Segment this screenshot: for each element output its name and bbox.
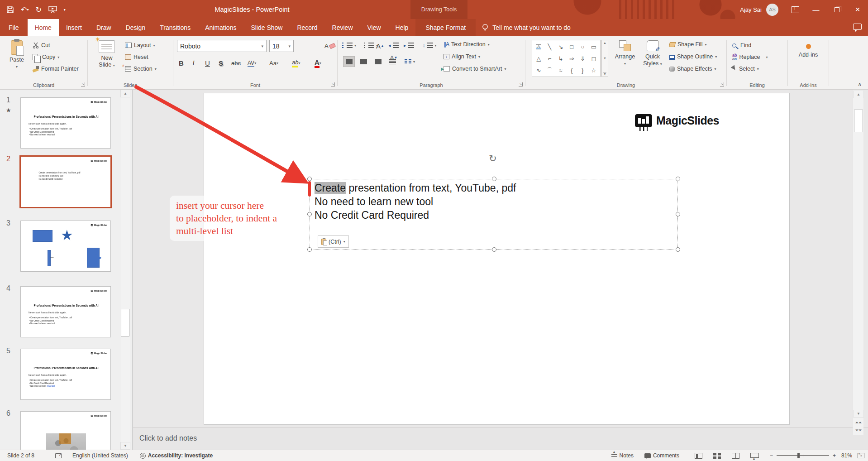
text-highlight-button[interactable]: ab ▾	[292, 57, 300, 69]
columns-button[interactable]: ▾	[405, 56, 415, 67]
font-family-combobox[interactable]: Roboto ▾	[177, 40, 267, 52]
underline-button[interactable]: U	[205, 57, 210, 69]
arrange-button[interactable]: Arrange ▾	[612, 37, 638, 81]
convert-smartart-button[interactable]: Convert to SmartArt ▾	[444, 63, 506, 74]
tab-file[interactable]: File	[0, 19, 28, 36]
restore-button[interactable]	[826, 0, 847, 19]
scribble-shape-icon[interactable]: ∿	[536, 67, 541, 73]
scroll-up-arrow-icon[interactable]: ▲	[120, 90, 130, 97]
right-arrow-shape-icon[interactable]: ⇒	[569, 56, 574, 62]
accessibility-checker[interactable]: Accessibility: Investigate	[140, 452, 213, 459]
shapes-gallery-scrollbar[interactable]: ▲ ▼ ▼	[601, 40, 608, 77]
close-button[interactable]: ×	[847, 0, 868, 19]
user-name[interactable]: Ajay Sai	[740, 6, 762, 13]
quick-styles-button[interactable]: Quick Styles ▾	[639, 37, 666, 81]
scrollbar-thumb[interactable]	[121, 309, 129, 336]
save-icon[interactable]	[6, 6, 14, 14]
cut-button[interactable]: Cut	[33, 40, 50, 51]
tab-draw[interactable]: Draw	[89, 19, 119, 36]
undo-button[interactable]: ↶▾	[21, 5, 29, 14]
slide-editing-surface[interactable]: MagicSlides ↻ Create presentation from t…	[204, 93, 790, 425]
triangle-shape-icon[interactable]: △	[536, 56, 541, 62]
text-shadow-button[interactable]: S	[219, 57, 223, 69]
rounded-rectangle-shape-icon[interactable]: ▭	[591, 44, 596, 50]
previous-slide-button[interactable]: ⏶⏶	[853, 419, 864, 426]
tab-home[interactable]: Home	[28, 19, 59, 36]
down-arrow-shape-icon[interactable]: ⇓	[580, 56, 585, 62]
next-slide-button[interactable]: ⏷⏷	[853, 427, 864, 434]
tab-help[interactable]: Help	[388, 19, 416, 36]
left-brace-shape-icon[interactable]: {	[571, 67, 572, 73]
slide-thumbnail-1[interactable]: MagicSlides Professional Presentations i…	[20, 97, 111, 149]
elbow-arrow-connector-icon[interactable]: ↳	[558, 56, 563, 62]
notes-placeholder[interactable]: Click to add notes	[139, 434, 197, 442]
reading-view-button[interactable]	[732, 453, 739, 459]
paragraph-dialog-launcher[interactable]	[519, 82, 523, 86]
justify-button[interactable]	[386, 56, 398, 67]
slide-thumbnail-4[interactable]: MagicSlides Professional Presentations i…	[20, 286, 111, 337]
arrow-line-shape-icon[interactable]: ↘	[558, 44, 563, 50]
slide-thumbnail-5[interactable]: MagicSlides Professional Presentations i…	[20, 349, 111, 400]
zoom-out-button[interactable]: −	[770, 452, 773, 459]
tab-transitions[interactable]: Transitions	[153, 19, 198, 36]
align-center-button[interactable]	[358, 56, 369, 67]
scroll-down-arrow-icon[interactable]: ▼	[120, 442, 130, 450]
selection-handle[interactable]	[307, 177, 312, 181]
elbow-connector-icon[interactable]: ⌐	[548, 56, 552, 62]
selection-handle[interactable]	[676, 212, 680, 216]
clear-formatting-button[interactable]: A	[324, 40, 335, 52]
tab-shape-format[interactable]: Shape Format	[415, 19, 476, 36]
bullets-button[interactable]: ▾	[342, 40, 356, 51]
format-painter-button[interactable]: Format Painter	[33, 63, 79, 74]
content-textbox[interactable]: ↻ Create presentation from text, YouTube…	[310, 179, 678, 250]
corner-shape-icon[interactable]: ◻	[591, 56, 596, 62]
selection-handle[interactable]	[492, 247, 496, 252]
slide-thumbnail-2-selected[interactable]: MagicSlides Create presentation from tex…	[19, 155, 112, 208]
slideshow-view-button[interactable]	[750, 453, 758, 459]
gallery-down-icon[interactable]: ▼	[603, 57, 606, 60]
oval-shape-icon[interactable]: ○	[581, 44, 585, 50]
gallery-up-icon[interactable]: ▲	[603, 41, 606, 44]
star-shape-icon[interactable]: ☆	[591, 67, 596, 73]
minimize-button[interactable]: —	[806, 0, 826, 19]
fit-to-window-button[interactable]	[858, 453, 864, 458]
textbox-shape-icon[interactable]: A	[536, 44, 541, 49]
font-color-button[interactable]: A ▾	[315, 57, 321, 69]
line-spacing-button[interactable]: ↕ ▾	[423, 40, 437, 51]
curve-shape-icon[interactable]: ≈	[559, 67, 562, 73]
slide-indicator[interactable]: Slide 2 of 8	[7, 452, 34, 459]
replace-button[interactable]: abac Replace ▾	[732, 52, 768, 62]
align-left-button[interactable]	[343, 56, 355, 67]
numbering-button[interactable]: ▾	[364, 40, 378, 51]
clipboard-dialog-launcher[interactable]	[81, 82, 85, 86]
selection-handle[interactable]	[676, 177, 680, 181]
zoom-slider[interactable]	[777, 455, 829, 456]
main-vertical-scrollbar[interactable]: ▲ ▼ ⏶⏶ ⏷⏷	[853, 90, 863, 435]
notes-pane[interactable]: Click to add notes	[133, 427, 868, 450]
character-spacing-button[interactable]: AV ▾	[248, 57, 256, 69]
animation-star-icon[interactable]: ★	[6, 107, 11, 114]
slide-thumbnail-6[interactable]: MagicSlides	[20, 411, 111, 450]
tab-view[interactable]: View	[360, 19, 388, 36]
text-direction-button[interactable]: ∥A Text Direction ▾	[444, 39, 490, 50]
paste-button[interactable]: Paste ▾	[5, 37, 29, 81]
align-right-button[interactable]	[372, 56, 384, 67]
selection-handle[interactable]	[307, 212, 312, 216]
bold-button[interactable]: B	[179, 57, 184, 69]
tab-review[interactable]: Review	[325, 19, 360, 36]
scrollbar-thumb[interactable]	[854, 110, 863, 132]
ribbon-display-options-button[interactable]	[785, 0, 806, 19]
reset-button[interactable]: Reset	[125, 52, 148, 62]
redo-button[interactable]: ↻	[35, 5, 41, 14]
find-button[interactable]: Find	[732, 40, 751, 51]
tab-design[interactable]: Design	[119, 19, 153, 36]
notes-toggle[interactable]: Notes	[611, 452, 634, 459]
paste-options-button[interactable]: (Ctrl) ▾	[318, 235, 349, 248]
layout-button[interactable]: Layout ▾	[125, 40, 155, 51]
selection-handle[interactable]	[307, 247, 312, 252]
addins-button[interactable]: Add-ins	[794, 37, 822, 81]
shape-effects-button[interactable]: Shape Effects ▾	[669, 63, 716, 74]
normal-view-button[interactable]	[695, 453, 702, 459]
tab-slide-show[interactable]: Slide Show	[243, 19, 290, 36]
scroll-down-arrow-icon[interactable]: ▼	[853, 410, 864, 418]
